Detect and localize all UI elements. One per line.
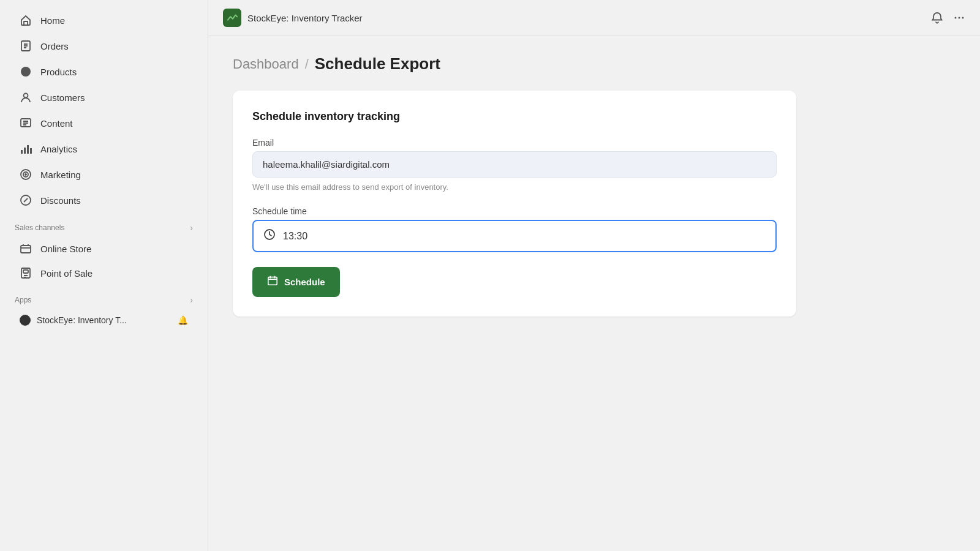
sidebar-item-online-store[interactable]: Online Store [5, 237, 203, 260]
notification-button[interactable] [931, 12, 943, 24]
customers-icon [20, 91, 32, 103]
sidebar-item-home[interactable]: Home [5, 8, 203, 32]
svg-point-16 [959, 17, 960, 19]
breadcrumb: Dashboard / Schedule Export [233, 54, 956, 73]
sidebar-item-discounts[interactable]: Discounts [5, 188, 203, 212]
home-icon [20, 14, 32, 26]
app-dot-icon [20, 315, 31, 326]
sidebar-item-pos[interactable]: Point of Sale [5, 261, 203, 285]
sidebar-item-orders[interactable]: Orders [5, 34, 203, 58]
more-button[interactable] [953, 12, 965, 24]
svg-rect-4 [21, 150, 23, 154]
clock-icon [263, 228, 276, 244]
orders-icon [20, 40, 32, 52]
card-title: Schedule inventory tracking [252, 110, 777, 123]
schedule-button[interactable]: Schedule [252, 267, 340, 297]
topbar: StockEye: Inventory Tracker [208, 0, 980, 36]
sales-channels-chevron[interactable]: › [190, 223, 193, 233]
sidebar-item-content[interactable]: Content [5, 111, 203, 135]
main-content: StockEye: Inventory Tracker Dashboard [208, 0, 980, 551]
topbar-right [931, 12, 965, 24]
sales-channels-section: Sales channels › [0, 213, 208, 236]
app-bell-icon[interactable]: 🔔 [178, 315, 188, 325]
time-input[interactable] [283, 231, 766, 242]
svg-rect-14 [23, 270, 28, 273]
svg-point-1 [21, 67, 31, 77]
pos-icon [20, 267, 32, 279]
sidebar-item-customers[interactable]: Customers [5, 85, 203, 110]
app-logo-icon [223, 9, 241, 27]
schedule-card: Schedule inventory tracking Email haleem… [233, 91, 796, 317]
svg-rect-5 [24, 148, 26, 154]
sidebar-item-marketing[interactable]: Marketing [5, 162, 203, 187]
breadcrumb-parent[interactable]: Dashboard [233, 56, 299, 72]
topbar-app-name: StockEye: Inventory Tracker [247, 13, 363, 23]
breadcrumb-separator: / [305, 56, 309, 72]
marketing-icon [20, 168, 32, 181]
svg-point-17 [962, 17, 964, 19]
sidebar-item-products[interactable]: Products [5, 59, 203, 84]
content-area: Dashboard / Schedule Export Schedule inv… [208, 36, 980, 551]
sidebar-item-stockeye[interactable]: StockEye: Inventory T... 🔔 [5, 309, 203, 331]
sidebar-item-analytics[interactable]: Analytics [5, 137, 203, 161]
breadcrumb-current: Schedule Export [315, 54, 440, 73]
svg-rect-7 [30, 148, 32, 154]
svg-rect-6 [27, 145, 29, 154]
email-value: haleema.khalil@siardigital.com [252, 151, 777, 178]
online-store-icon [20, 242, 32, 255]
apps-chevron[interactable]: › [190, 295, 193, 305]
email-label: Email [252, 138, 777, 148]
schedule-time-label: Schedule time [252, 206, 777, 216]
topbar-left: StockEye: Inventory Tracker [223, 9, 363, 27]
svg-point-2 [24, 94, 28, 98]
content-icon [20, 117, 32, 129]
email-hint: We'll use this email address to send exp… [252, 182, 777, 192]
schedule-time-field [252, 220, 777, 252]
calendar-icon [267, 275, 278, 289]
analytics-icon [20, 143, 32, 155]
discounts-icon [20, 194, 32, 206]
products-icon [20, 66, 32, 78]
svg-point-10 [25, 174, 26, 175]
apps-section: Apps › [0, 285, 208, 309]
svg-rect-19 [268, 277, 277, 285]
sidebar: Home Orders Products Customers [0, 0, 208, 551]
svg-rect-12 [21, 246, 31, 253]
svg-point-15 [955, 17, 957, 19]
